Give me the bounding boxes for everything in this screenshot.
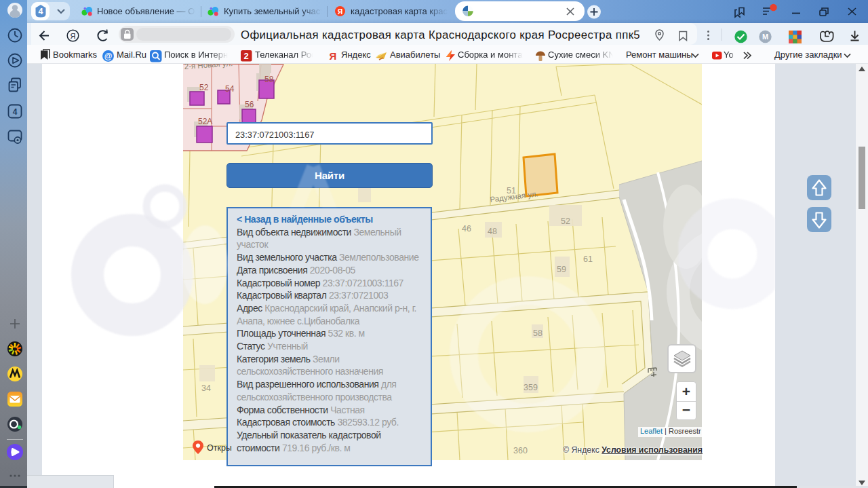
svg-text:54: 54 xyxy=(225,84,235,94)
svg-text:360: 360 xyxy=(513,446,528,455)
svg-text:4: 4 xyxy=(39,7,43,16)
svg-text:48: 48 xyxy=(488,227,497,236)
svg-text:@: @ xyxy=(104,52,113,61)
svg-text:52А: 52А xyxy=(198,117,212,126)
svg-text:4: 4 xyxy=(13,107,18,117)
svg-text:Я: Я xyxy=(338,7,343,16)
svg-text:52: 52 xyxy=(199,83,209,92)
svg-text:M: M xyxy=(762,33,768,41)
svg-text:2: 2 xyxy=(244,51,249,61)
svg-text:Я: Я xyxy=(330,50,337,62)
svg-text:56: 56 xyxy=(245,100,254,109)
svg-text:359: 359 xyxy=(524,383,538,392)
svg-text:34: 34 xyxy=(201,383,211,393)
svg-text:58: 58 xyxy=(533,329,542,338)
svg-text:Я: Я xyxy=(71,32,76,40)
svg-text:58: 58 xyxy=(264,75,274,84)
svg-text:59: 59 xyxy=(557,265,566,274)
svg-text:46: 46 xyxy=(462,224,471,233)
svg-text:61: 61 xyxy=(583,255,593,264)
svg-text:52: 52 xyxy=(561,217,570,226)
